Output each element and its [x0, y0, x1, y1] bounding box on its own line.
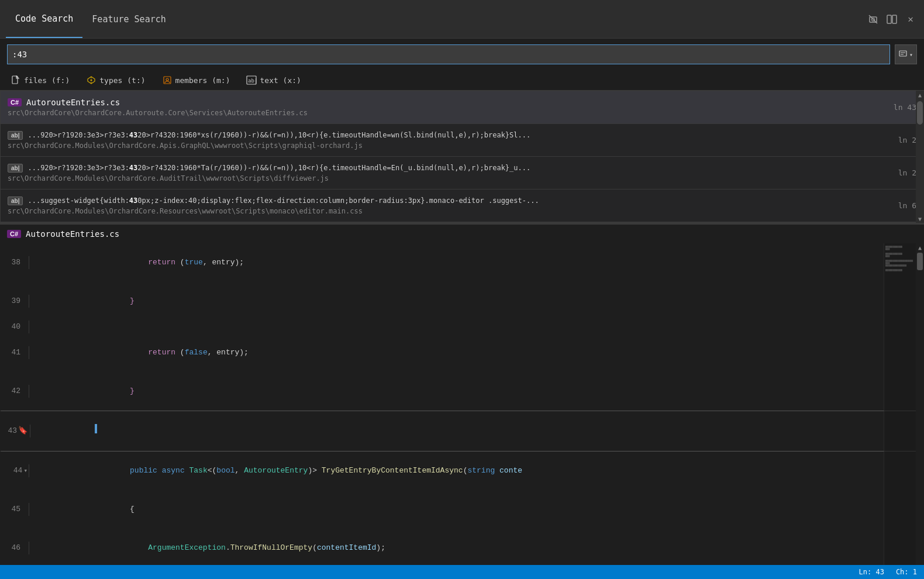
result-file-path: src\OrchardCore\OrchardCore.Autoroute.Co… [8, 109, 887, 117]
close-icon[interactable]: ✕ [904, 13, 917, 26]
result-snippet: ...920>r?1920:3e3>r?3e3:4320>r?4320:1960… [27, 131, 530, 139]
code-line: 42 } [0, 372, 924, 411]
line-gutter: 46 [0, 542, 29, 554]
editor-scrollbar[interactable]: ▲ ▼ [916, 243, 924, 579]
code-line: 41 return (false, entry); [0, 333, 924, 372]
line-content: public async Task<(bool, AutorouteEntry)… [29, 452, 924, 490]
editor-lang-badge: C# [7, 230, 21, 238]
result-line-num: ln 6 [891, 201, 916, 210]
result-item[interactable]: ab| ...920>r?1920:3e3>r?3e3:4320>r?4320:… [1, 124, 923, 157]
main-container: ▾ files (f:) [0, 39, 924, 579]
result-item[interactable]: ab| ...suggest-widget{width:430px;z-inde… [1, 189, 923, 222]
code-line-active: 43 🔖 [0, 411, 924, 452]
line-gutter: 38 [0, 256, 29, 269]
line-number: 44 [13, 464, 23, 477]
search-input[interactable] [12, 50, 885, 59]
editor-file-name: AutorouteEntries.cs [26, 229, 119, 239]
status-ln: Ln: 43 [859, 568, 884, 576]
svg-rect-8 [12, 76, 18, 84]
result-main: ab| ...920>r?1920:3e3>r?3e3:4320>r?4320:… [8, 164, 891, 182]
line-number: 40 [0, 320, 25, 333]
line-content: { [29, 490, 924, 529]
scroll-up-icon[interactable]: ▲ [916, 243, 924, 251]
filter-files[interactable]: files (f:) [7, 74, 73, 87]
line-number: 45 [0, 503, 25, 516]
lang-badge: ab| [8, 197, 23, 205]
svg-point-10 [91, 80, 92, 81]
scrollbar-thumb [917, 253, 923, 270]
result-file-path: src\OrchardCore.Modules\OrchardCore.Reso… [8, 207, 891, 215]
line-number: 43 [8, 425, 17, 437]
filter-bar: files (f:) types (t:) [0, 70, 924, 91]
code-line: 45 { [0, 490, 924, 529]
minimap: ████████████████ ████ ████████████████ █… [884, 243, 916, 579]
result-file-path: src\OrchardCore.Modules\OrchardCore.Apis… [8, 142, 891, 150]
result-main: ab| ...920>r?1920:3e3>r?3e3:4320>r?4320:… [8, 131, 891, 150]
svg-text:ab|: ab| [248, 78, 257, 84]
line-content [29, 320, 924, 333]
tab-code-search[interactable]: Code Search [6, 0, 82, 38]
result-line-num: ln 2 [891, 136, 916, 144]
svg-rect-5 [899, 51, 906, 56]
scroll-up-icon[interactable]: ▲ [916, 91, 924, 99]
code-line: 46 ArgumentException.ThrowIfNullOrEmpty(… [0, 529, 924, 567]
line-number: 42 [0, 385, 25, 398]
filter-members[interactable]: members (m:) [158, 74, 234, 87]
svg-point-14 [166, 78, 168, 81]
line-number: 38 [0, 256, 25, 269]
status-bar: Ln: 43 Ch: 1 [0, 565, 924, 579]
result-file-path: src\OrchardCore.Modules\OrchardCore.Audi… [8, 174, 891, 182]
line-gutter: 44 ▾ [0, 464, 29, 477]
result-item[interactable]: C# AutorouteEntries.cs src\OrchardCore\O… [1, 91, 923, 124]
result-top-line: ab| ...920>r?1920:3e3>r?3e3:4320>r?4320:… [8, 164, 891, 173]
line-content [30, 411, 924, 451]
result-item[interactable]: ab| ...920>r?1920:3e3>r?3e3:4320>r?4320:… [1, 157, 923, 189]
filter-text[interactable]: ab| text (x:) [243, 74, 304, 87]
line-content: } [29, 282, 924, 320]
result-line-num: ln 2 [891, 168, 916, 177]
code-line: 39 } [0, 282, 924, 320]
line-gutter: 45 [0, 503, 29, 516]
line-gutter: 40 [0, 320, 29, 333]
bookmark-icon: 🔖 [18, 425, 27, 437]
text-icon: ab| [246, 75, 257, 85]
status-ch: Ch: 1 [896, 568, 917, 576]
types-icon [86, 75, 96, 85]
split-view-icon[interactable] [885, 13, 898, 26]
lang-badge: ab| [8, 164, 23, 173]
search-input-container[interactable] [7, 44, 890, 64]
line-content: ArgumentException.ThrowIfNullOrEmpty(con… [29, 529, 924, 567]
result-line-num: ln 43 [887, 103, 916, 112]
members-icon [162, 75, 173, 85]
editor-container: C# AutorouteEntries.cs 38 return (true, … [0, 223, 924, 579]
code-line: 38 return (true, entry); [0, 243, 924, 282]
result-file-name: AutorouteEntries.cs [26, 98, 120, 107]
editor-area[interactable]: 38 return (true, entry); 39 } [0, 243, 924, 579]
camera-off-icon[interactable] [867, 13, 880, 26]
results-list: C# AutorouteEntries.cs src\OrchardCore\O… [0, 91, 924, 223]
code-lines: 38 return (true, entry); 39 } [0, 243, 924, 579]
line-gutter: 42 [0, 385, 29, 398]
line-number: 46 [0, 542, 25, 554]
svg-rect-4 [892, 15, 897, 23]
filter-types[interactable]: types (t:) [82, 74, 149, 87]
collapse-icon[interactable]: ▾ [23, 464, 27, 477]
minimap-content: ████████████████ ████ ████████████████ █… [884, 243, 916, 579]
tab-feature-search[interactable]: Feature Search [82, 0, 175, 38]
result-top-line: C# AutorouteEntries.cs [8, 98, 887, 107]
lang-badge: C# [8, 98, 22, 106]
lang-badge: ab| [8, 131, 23, 140]
line-gutter: 41 [0, 346, 29, 359]
line-content: return (true, entry); [29, 243, 924, 282]
line-gutter: 43 🔖 [1, 425, 30, 437]
result-main: ab| ...suggest-widget{width:430px;z-inde… [8, 197, 891, 215]
line-number: 41 [0, 346, 25, 359]
cursor [95, 424, 97, 433]
results-scrollbar[interactable]: ▲ ▼ [916, 91, 924, 223]
code-line: 40 [0, 320, 924, 333]
scroll-down-icon[interactable]: ▼ [916, 215, 924, 223]
files-icon [11, 75, 21, 85]
results-container: C# AutorouteEntries.cs src\OrchardCore\O… [0, 91, 924, 223]
result-main: C# AutorouteEntries.cs src\OrchardCore\O… [8, 98, 887, 117]
search-dropdown-button[interactable]: ▾ [895, 44, 917, 64]
